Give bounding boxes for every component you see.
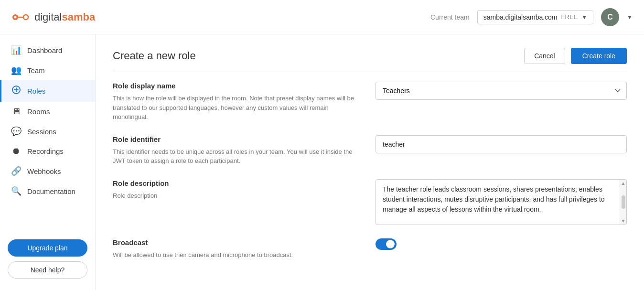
sidebar-bottom: Upgrade plan Need help? bbox=[0, 234, 95, 284]
header-right: Current team samba.digitalsamba.com FREE… bbox=[430, 8, 633, 26]
sidebar-item-dashboard[interactable]: 📊 Dashboard bbox=[0, 40, 95, 60]
svg-point-1 bbox=[14, 16, 17, 18]
header-actions: Cancel Create role bbox=[524, 48, 627, 64]
roles-icon bbox=[11, 85, 21, 97]
svg-point-3 bbox=[23, 15, 28, 20]
sidebar-item-rooms[interactable]: 🖥 Rooms bbox=[0, 102, 95, 121]
role-display-name-row: Role display name This is how the role w… bbox=[113, 82, 627, 122]
dashboard-icon: 📊 bbox=[11, 45, 21, 55]
broadcast-control bbox=[376, 238, 627, 250]
sidebar-item-label: Recordings bbox=[27, 147, 64, 155]
logo-text: digitalsamba bbox=[34, 11, 95, 23]
sidebar-item-label: Rooms bbox=[27, 107, 50, 116]
role-description-label: Role description bbox=[113, 179, 364, 187]
sidebar-item-label: Dashboard bbox=[27, 46, 62, 54]
team-badge: FREE bbox=[561, 13, 578, 21]
avatar-dropdown-icon[interactable]: ▼ bbox=[627, 14, 633, 21]
avatar-button[interactable]: C bbox=[601, 8, 619, 26]
upgrade-plan-button[interactable]: Upgrade plan bbox=[8, 239, 87, 257]
sidebar-item-webhooks[interactable]: 🔗 Webhooks bbox=[0, 161, 95, 181]
role-display-name-label: Role display name bbox=[113, 82, 364, 90]
sidebar-item-label: Documentation bbox=[27, 187, 75, 195]
cancel-button[interactable]: Cancel bbox=[524, 48, 565, 64]
sidebar-item-team[interactable]: 👥 Team bbox=[0, 60, 95, 80]
team-name: samba.digitalsamba.com bbox=[483, 13, 558, 21]
logo-area: digitalsamba bbox=[11, 11, 95, 24]
recordings-icon: ⏺ bbox=[11, 146, 21, 156]
broadcast-label-area: Broadcast Will be allowed to use their c… bbox=[113, 238, 364, 260]
role-identifier-control bbox=[376, 135, 627, 153]
sidebar-item-documentation[interactable]: 🔍 Documentation bbox=[0, 181, 95, 201]
sidebar-item-roles[interactable]: Roles bbox=[0, 80, 95, 102]
page-header: Create a new role Cancel Create role bbox=[113, 48, 627, 72]
scroll-down-icon[interactable]: ▼ bbox=[621, 218, 626, 224]
role-display-name-select[interactable]: Teachers Student Moderator Presenter bbox=[376, 82, 627, 100]
role-description-wrapper: ▲ ▼ bbox=[376, 179, 627, 225]
logo-icon bbox=[11, 11, 30, 24]
role-description-label-area: Role description Role description bbox=[113, 179, 364, 201]
team-selector[interactable]: samba.digitalsamba.com FREE ▼ bbox=[477, 10, 593, 24]
sidebar-item-label: Webhooks bbox=[27, 167, 61, 175]
role-identifier-row: Role identifier This identifier needs to… bbox=[113, 135, 627, 166]
broadcast-toggle[interactable] bbox=[376, 238, 397, 250]
role-description-textarea[interactable] bbox=[376, 180, 626, 223]
create-role-button[interactable]: Create role bbox=[571, 48, 627, 64]
scroll-up-icon[interactable]: ▲ bbox=[621, 181, 626, 186]
webhooks-icon: 🔗 bbox=[11, 166, 21, 176]
broadcast-desc: Will be allowed to use their camera and … bbox=[113, 250, 364, 260]
role-display-name-control: Teachers Student Moderator Presenter bbox=[376, 82, 627, 100]
chevron-down-icon: ▼ bbox=[581, 14, 587, 21]
body: 📊 Dashboard 👥 Team Roles 🖥 Rooms 💬 Sessi… bbox=[0, 34, 644, 290]
sidebar-item-label: Sessions bbox=[27, 128, 56, 136]
role-identifier-label-area: Role identifier This identifier needs to… bbox=[113, 135, 364, 166]
page-title: Create a new role bbox=[113, 50, 196, 62]
role-description-control: ▲ ▼ bbox=[376, 179, 627, 225]
scrollbar: ▲ ▼ bbox=[620, 180, 626, 225]
documentation-icon: 🔍 bbox=[11, 186, 21, 196]
sidebar: 📊 Dashboard 👥 Team Roles 🖥 Rooms 💬 Sessi… bbox=[0, 34, 96, 290]
role-description-row: Role description Role description ▲ ▼ bbox=[113, 179, 627, 225]
main-content: Create a new role Cancel Create role Rol… bbox=[96, 34, 644, 290]
sidebar-item-label: Roles bbox=[27, 87, 45, 95]
role-display-name-desc: This is how the role will be displayed i… bbox=[113, 94, 364, 122]
role-identifier-desc: This identifier needs to be unique acros… bbox=[113, 147, 364, 166]
sessions-icon: 💬 bbox=[11, 126, 21, 137]
toggle-thumb bbox=[386, 240, 395, 248]
role-description-placeholder-label: Role description bbox=[113, 191, 364, 201]
role-identifier-label: Role identifier bbox=[113, 135, 364, 143]
rooms-icon: 🖥 bbox=[11, 107, 21, 117]
app-container: digitalsamba Current team samba.digitals… bbox=[0, 0, 644, 290]
broadcast-label: Broadcast bbox=[113, 238, 364, 247]
role-identifier-input[interactable] bbox=[376, 135, 627, 153]
sidebar-item-label: Team bbox=[27, 66, 45, 75]
current-team-label: Current team bbox=[430, 13, 470, 21]
broadcast-row: Broadcast Will be allowed to use their c… bbox=[113, 238, 627, 260]
role-display-name-label-area: Role display name This is how the role w… bbox=[113, 82, 364, 122]
need-help-button[interactable]: Need help? bbox=[8, 261, 87, 279]
broadcast-toggle-container bbox=[376, 238, 627, 250]
sidebar-item-sessions[interactable]: 💬 Sessions bbox=[0, 121, 95, 141]
sidebar-item-recordings[interactable]: ⏺ Recordings bbox=[0, 141, 95, 161]
team-icon: 👥 bbox=[11, 65, 21, 75]
scroll-thumb bbox=[622, 195, 625, 209]
header: digitalsamba Current team samba.digitals… bbox=[0, 0, 644, 34]
